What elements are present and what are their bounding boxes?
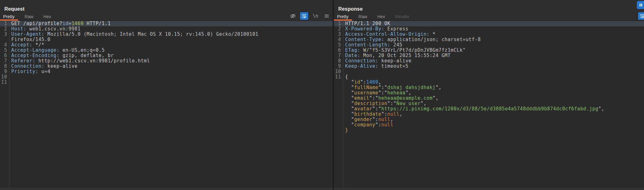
code-content: X-Powered-By: Express	[343, 26, 408, 32]
code-segment: Priority:	[11, 69, 38, 74]
line-number: 10	[334, 69, 343, 74]
code-segment: null	[381, 122, 394, 128]
line-number: 3	[334, 32, 343, 37]
tab-render: Render	[395, 14, 410, 19]
code-content: ETag: W/"f5-S3VrL/Pt7d/pDnJVBGm7fz1mCLk"	[343, 48, 466, 53]
response-tab-bar: PrettyRawHexRender	[334, 13, 644, 20]
code-line: 5Content-Length: 245	[334, 42, 644, 48]
code-segment: W/"f5-S3VrL/Pt7d/pDnJVBGm7fz1mCLk"	[360, 47, 466, 53]
repeater-message-view: Request PrettyRawHex \n 1GET /api/profil…	[0, 0, 644, 190]
pause-intercept-button[interactable]	[637, 1, 644, 9]
code-content: Access-Control-Allow-Origin: *	[343, 32, 436, 37]
code-segment: {	[345, 74, 348, 80]
code-segment: Accept:	[11, 42, 32, 48]
code-segment: "	[345, 79, 354, 85]
code-segment: Host:	[11, 26, 26, 32]
code-content	[9, 74, 11, 80]
code-content: Content-Type: application/json; charset=…	[343, 37, 481, 42]
code-segment: ",	[421, 101, 427, 106]
code-segment: ":	[375, 122, 381, 128]
code-line: 3User-Agent: Mozilla/5.0 (Macintosh; Int…	[0, 32, 333, 42]
code-segment: "	[345, 122, 354, 128]
code-segment: HTTP/1.1 200 OK	[345, 21, 390, 26]
code-line: 6ETag: W/"f5-S3VrL/Pt7d/pDnJVBGm7fz1mCLk…	[334, 48, 644, 53]
word-wrap-icon[interactable]	[638, 12, 644, 20]
tab-hex[interactable]: Hex	[43, 14, 51, 19]
code-content: Host: web1.cscv.vn:9981	[9, 26, 81, 32]
code-segment: Express	[384, 26, 408, 32]
code-segment: Connection:	[345, 58, 378, 64]
code-segment: web1.cscv.vn:9981	[26, 26, 80, 32]
code-segment: avatar	[354, 106, 372, 112]
code-segment: ":"	[378, 90, 387, 96]
code-segment: Accept-Encoding:	[11, 53, 59, 58]
code-line: 6Accept-Encoding: gzip, deflate, br	[0, 53, 333, 58]
code-line: 10	[334, 69, 644, 74]
code-segment: ":	[381, 111, 387, 117]
code-segment: dshaj dahsjdhakj	[387, 85, 436, 90]
request-editor[interactable]: 1GET /api/profile?id=1469 HTTP/1.12Host:…	[0, 21, 333, 190]
code-line: 10	[0, 74, 333, 80]
line-number: 11	[334, 74, 343, 133]
word-wrap-icon[interactable]	[300, 12, 308, 20]
code-segment: ,	[378, 79, 381, 85]
code-segment: timeout=5	[378, 63, 408, 69]
line-number: 5	[0, 48, 9, 53]
response-panel: Response PrettyRawHexRender 1HTTP/1.1 20…	[334, 0, 644, 190]
code-segment: User-Agent:	[11, 31, 44, 37]
code-segment: Connection:	[11, 63, 44, 69]
code-segment: id	[354, 79, 360, 85]
code-segment: id	[63, 21, 69, 26]
code-line: 11	[0, 80, 333, 85]
code-segment: ",	[598, 106, 604, 112]
code-content	[9, 80, 11, 85]
hide-nonprinting-icon[interactable]	[289, 12, 297, 20]
response-editor[interactable]: 1HTTP/1.1 200 OK2X-Powered-By: Express3A…	[334, 21, 644, 190]
code-segment: fullName	[354, 85, 378, 90]
code-segment: ":	[360, 79, 366, 85]
code-segment: }	[345, 127, 348, 133]
code-segment: heheaa@example.com	[378, 95, 432, 101]
code-content	[343, 69, 345, 74]
code-segment: username	[354, 90, 378, 96]
code-segment: ":"	[387, 101, 396, 106]
code-segment: 1469	[72, 21, 84, 26]
line-number: 2	[334, 26, 343, 32]
code-content: User-Agent: Mozilla/5.0 (Macintosh; Inte…	[9, 32, 258, 42]
code-segment: description	[354, 101, 387, 106]
line-number: 1	[0, 21, 9, 26]
code-line: 7Referer: http://web1.cscv.vn:9981/profi…	[0, 58, 333, 64]
code-segment: null	[387, 111, 400, 117]
horizontal-scrollbar-track[interactable]	[0, 188, 644, 190]
code-segment: Content-Type:	[345, 37, 384, 42]
line-number: 5	[334, 42, 343, 48]
tab-pretty[interactable]: Pretty	[337, 14, 349, 19]
code-segment: ,	[391, 117, 394, 122]
code-line: 4Accept: */*	[0, 42, 333, 48]
code-segment: ":"	[372, 106, 381, 112]
code-segment: ",	[436, 85, 442, 90]
tab-pretty[interactable]: Pretty	[3, 14, 15, 19]
code-segment: null	[378, 117, 391, 122]
code-segment: keep-alive	[378, 58, 411, 64]
tab-raw[interactable]: Raw	[25, 14, 33, 19]
code-line: 4Content-Type: application/json; charset…	[334, 37, 644, 42]
code-segment: ,	[399, 111, 402, 117]
tab-raw[interactable]: Raw	[359, 14, 367, 19]
code-segment: GET /api/profile?	[11, 21, 63, 26]
code-segment: "	[345, 90, 354, 96]
request-tab-bar: PrettyRawHex \n	[0, 13, 333, 20]
splitter-continuation	[333, 188, 334, 190]
newline-chars-icon[interactable]: \n	[311, 12, 319, 20]
line-number: 7	[0, 58, 9, 64]
code-segment: https://i.pinimg.com/1200x/d3/88/5e/d388…	[381, 106, 598, 112]
code-segment: http://web1.cscv.vn:9981/profile.html	[35, 58, 150, 64]
code-content: Content-Length: 245	[343, 42, 402, 48]
code-segment: gender	[354, 117, 372, 122]
code-line: 2X-Powered-By: Express	[334, 26, 644, 32]
code-content: Priority: u=4	[9, 69, 50, 74]
code-content: Referer: http://web1.cscv.vn:9981/profil…	[9, 58, 150, 64]
code-segment: heheaa	[387, 90, 406, 96]
menu-icon[interactable]	[323, 12, 331, 20]
tab-hex[interactable]: Hex	[377, 14, 385, 19]
